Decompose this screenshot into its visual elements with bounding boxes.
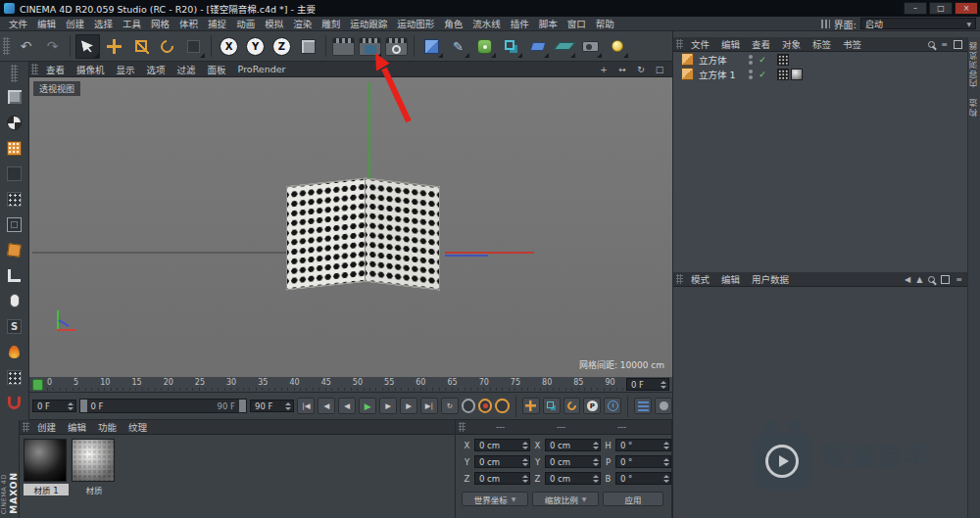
record-position-toggle[interactable]	[522, 398, 540, 414]
visibility-dots[interactable]	[746, 55, 756, 65]
keyframe-selection-button[interactable]	[634, 398, 652, 414]
loop-mode-button[interactable]: ↻	[441, 398, 459, 414]
texture-mode-button[interactable]	[4, 137, 25, 159]
vp-menu-cameras[interactable]: 摄像机	[71, 63, 111, 76]
spinner-icon[interactable]	[593, 475, 599, 483]
menu-script[interactable]: 脚本	[534, 17, 563, 30]
primitive-cube-button[interactable]	[419, 34, 444, 59]
edit-render-settings-button[interactable]	[384, 34, 409, 59]
tab-structure[interactable]: 构造	[968, 98, 980, 117]
autokeying-button[interactable]	[495, 399, 509, 413]
rot-h-field[interactable]: 0 °	[615, 439, 671, 451]
enabled-check-icon[interactable]: ✓	[756, 55, 769, 65]
spinner-icon[interactable]	[522, 475, 528, 483]
visibility-dots[interactable]	[746, 70, 756, 79]
vp-menu-display[interactable]: 显示	[111, 63, 141, 76]
scale-tool[interactable]	[128, 34, 153, 59]
menu-pipeline[interactable]: 流水线	[467, 17, 506, 30]
object-row-cube[interactable]: 立方体 ✓	[673, 52, 968, 67]
perforated-cube-object[interactable]	[286, 175, 441, 293]
next-frame-button[interactable]: ▶	[379, 398, 397, 414]
texture-tag-icon[interactable]	[777, 54, 789, 66]
record-rotation-toggle[interactable]	[564, 398, 581, 414]
make-editable-button[interactable]	[4, 86, 25, 108]
goto-end-button[interactable]: ▶|	[420, 398, 438, 414]
spinner-icon[interactable]	[522, 458, 528, 466]
paint-button[interactable]	[4, 341, 25, 362]
light-button[interactable]	[605, 34, 629, 59]
mat-menu-function[interactable]: 功能	[92, 420, 122, 434]
pos-z-field[interactable]: 0 cm	[474, 472, 530, 485]
menu-motion-tracker[interactable]: 运动跟踪	[345, 17, 392, 30]
lock-x-axis-button[interactable]: X	[217, 34, 241, 59]
vp-menu-filter[interactable]: 过滤	[172, 63, 202, 76]
texture-tag-icon[interactable]	[777, 69, 789, 80]
snap-settings-button[interactable]	[4, 366, 25, 388]
record-pla-toggle[interactable]	[604, 398, 621, 414]
position-header-dropdown[interactable]: ---	[473, 422, 527, 432]
search-icon[interactable]	[928, 41, 935, 48]
workplane-mode-button[interactable]	[4, 163, 25, 184]
object-name[interactable]: 立方体	[699, 53, 746, 67]
left-toolbar-grip[interactable]	[11, 65, 18, 82]
rot-p-field[interactable]: 0 °	[615, 455, 671, 468]
om-menu-tags[interactable]: 标签	[807, 37, 837, 51]
live-selection-tool[interactable]	[75, 34, 100, 59]
floor-button[interactable]	[552, 34, 576, 59]
om-menu-file[interactable]: 文件	[685, 37, 715, 51]
lock-y-axis-button[interactable]: Y	[243, 34, 268, 59]
spinner-icon[interactable]	[285, 402, 291, 410]
coordinate-space-dropdown[interactable]: 世界坐标▼	[462, 492, 528, 506]
menu-render[interactable]: 渲染	[288, 17, 317, 30]
enable-snap-button[interactable]	[4, 392, 25, 413]
edges-mode-button[interactable]	[4, 213, 25, 235]
play-button[interactable]: ▶	[359, 398, 376, 414]
material-name[interactable]: 材质 1	[24, 484, 69, 495]
record-parameter-toggle[interactable]: P	[583, 398, 601, 414]
size-x-field[interactable]: 0 cm	[545, 439, 601, 451]
minimize-button[interactable]: –	[904, 2, 927, 15]
redo-button[interactable]: ↷	[40, 34, 65, 59]
undo-button[interactable]: ↶	[14, 34, 38, 59]
mat-menu-create[interactable]: 创建	[31, 420, 62, 434]
vp-menu-options[interactable]: 选项	[141, 63, 172, 76]
range-end-handle[interactable]	[239, 400, 246, 412]
lock-z-axis-button[interactable]: Z	[270, 34, 294, 59]
rotate-tool[interactable]	[155, 34, 179, 59]
attr-menu-userdata[interactable]: 用户数据	[746, 272, 795, 286]
menu-mesh[interactable]: 网格	[146, 17, 174, 30]
coordinate-system-button[interactable]	[296, 34, 320, 59]
menu-help[interactable]: 帮助	[591, 17, 619, 30]
material-thumbnail-black[interactable]	[24, 439, 67, 482]
current-frame-marker[interactable]	[32, 379, 43, 391]
size-y-field[interactable]: 0 cm	[545, 455, 601, 468]
viewport-maximize-icon[interactable]: □	[653, 64, 666, 75]
menu-window[interactable]: 窗口	[563, 17, 591, 30]
pos-x-field[interactable]: 0 cm	[474, 439, 530, 451]
move-tool[interactable]	[102, 34, 126, 59]
end-frame-field[interactable]: 90 F	[250, 400, 294, 412]
menu-tools[interactable]: 工具	[118, 17, 146, 30]
subdivision-surface-button[interactable]	[472, 34, 497, 59]
om-menu-view[interactable]: 查看	[746, 37, 776, 51]
object-row-cube1[interactable]: 立方体 1 ✓	[673, 67, 968, 81]
vp-menu-prorender[interactable]: ProRender	[232, 64, 292, 74]
spinner-icon[interactable]	[593, 458, 599, 466]
material-tag-icon[interactable]	[791, 69, 803, 80]
timeline-ruler[interactable]: 05101520253035404550556065707580859095 0…	[29, 377, 672, 393]
menu-character[interactable]: 角色	[439, 17, 467, 30]
spline-pen-button[interactable]: ✎	[446, 34, 470, 59]
mat-menu-edit[interactable]: 编辑	[62, 420, 92, 434]
rot-b-field[interactable]: 0 °	[615, 472, 671, 485]
polygons-mode-button[interactable]	[4, 239, 25, 260]
next-key-button[interactable]: ▶	[400, 398, 417, 414]
spinner-icon[interactable]	[663, 475, 669, 483]
object-name[interactable]: 立方体 1	[699, 68, 746, 81]
tab-content-browser[interactable]: 内容浏览器	[968, 41, 980, 88]
enabled-check-icon[interactable]: ✓	[756, 70, 769, 79]
goto-start-button[interactable]: |◀	[297, 398, 315, 414]
menu-snap[interactable]: 捕捉	[203, 17, 231, 30]
rotation-header-dropdown[interactable]: ---	[595, 422, 649, 432]
menu-create[interactable]: 创建	[61, 17, 89, 30]
menu-icon[interactable]: ≡	[941, 40, 948, 49]
